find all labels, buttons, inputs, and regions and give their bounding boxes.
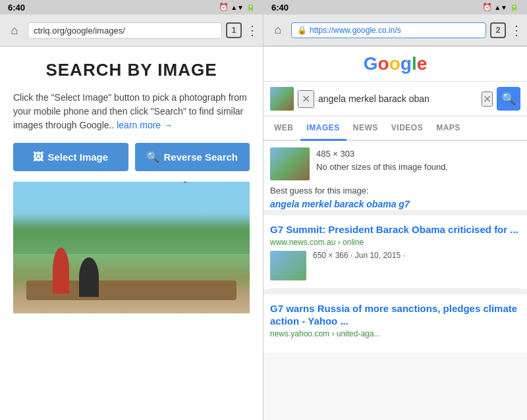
thumbnail-remove-button[interactable]: ✕ [298, 90, 314, 108]
left-page-content: SEARCH BY IMAGE Click the "Select Image"… [0, 47, 263, 420]
result-thumbnail [270, 147, 310, 180]
alarm-icon: ⏰ [219, 3, 229, 12]
tab-web[interactable]: WEB [267, 117, 300, 141]
image-result-row: 485 × 303 No other sizes of this image f… [270, 147, 520, 180]
lock-icon: 🔒 [297, 26, 307, 35]
select-image-label: Select Image [47, 151, 108, 163]
right-address-bar[interactable]: 🔒 https://www.google.co.in/s [291, 22, 486, 38]
right-signal-icon: ▲▼ [494, 4, 507, 11]
right-tab-count[interactable]: 2 [490, 22, 506, 38]
learn-more-link[interactable]: learn more → [117, 120, 173, 130]
result-1-url: www.news.com.au › online [270, 238, 520, 247]
reverse-search-label: Reverse Search [163, 151, 238, 163]
search-tabs: WEB IMAGES NEWS VIDEOS MAPS [264, 117, 527, 141]
left-toolbar: ⌂ ctrlq.org/google/images/ 1 ⋮ [0, 14, 263, 46]
left-browser-chrome: ⌂ ctrlq.org/google/images/ 1 ⋮ [0, 14, 263, 47]
left-menu-button[interactable]: ⋮ [246, 22, 258, 38]
right-time: 6:40 [271, 3, 289, 13]
result-2-url: news.yahoo.com › united-aga... [270, 329, 520, 338]
right-alarm-icon: ⏰ [482, 3, 492, 12]
search-icon: 🔍 [146, 151, 159, 163]
left-address-bar[interactable]: ctrlq.org/google/images/ [28, 22, 222, 39]
right-panel: ⌂ 🔒 https://www.google.co.in/s 2 ⋮ Googl… [264, 14, 527, 420]
signal-icon: ▲▼ [231, 4, 244, 11]
google-g2: g [401, 53, 412, 74]
no-sizes-text: No other sizes of this image found. [316, 161, 448, 174]
best-guess-link[interactable]: angela merkel barack obama g7 [270, 199, 410, 209]
tab-maps[interactable]: MAPS [430, 117, 467, 141]
left-status-bar: 6:40 ⏰ ▲▼ 🔋 [0, 0, 264, 14]
right-page-content: Google ✕ ✕ 🔍 WEB IMAGES NEWS VIDEOS MAPS [264, 47, 527, 420]
left-panel: ⌂ ctrlq.org/google/images/ 1 ⋮ SEARCH BY… [0, 14, 264, 420]
search-magnify-icon: 🔍 [501, 92, 516, 106]
result-1-meta: 650 × 366 · Jun 10, 2015 · [313, 251, 405, 260]
search-bar: ✕ ✕ 🔍 [264, 82, 527, 117]
google-header: Google [264, 47, 527, 82]
dual-screen: ⌂ ctrlq.org/google/images/ 1 ⋮ SEARCH BY… [0, 14, 527, 420]
best-guess-label: Best guess for this image: [270, 186, 520, 196]
description-text: Click the "Select Image" button to pick … [13, 91, 250, 132]
right-browser-chrome: ⌂ 🔒 https://www.google.co.in/s 2 ⋮ [264, 14, 527, 47]
image-dimensions: 485 × 303 [316, 147, 448, 161]
tab-news[interactable]: NEWS [347, 117, 385, 141]
divider-1 [264, 210, 527, 215]
person2-silhouette [79, 257, 99, 297]
left-time: 6:40 [8, 3, 25, 13]
home-icon[interactable]: ⌂ [5, 21, 24, 39]
result-card-2: G7 warns Russia of more sanctions, pledg… [270, 294, 520, 346]
right-home-icon[interactable]: ⌂ [269, 21, 287, 39]
google-g1: G [364, 53, 378, 74]
result-1-thumb [270, 251, 306, 280]
photo-mountains [13, 182, 250, 261]
results-area: 485 × 303 No other sizes of this image f… [264, 141, 527, 353]
right-battery-icon: 🔋 [509, 3, 519, 12]
left-url: ctrlq.org/google/images/ [34, 26, 125, 36]
right-menu-button[interactable]: ⋮ [510, 22, 522, 38]
search-submit-button[interactable]: 🔍 [497, 87, 520, 111]
result-1-image-row: 650 × 366 · Jun 10, 2015 · [270, 251, 520, 280]
result-2-title[interactable]: G7 warns Russia of more sanctions, pledg… [270, 302, 520, 328]
page-title: SEARCH BY IMAGE [13, 60, 250, 80]
google-l: l [412, 53, 417, 74]
tab-videos[interactable]: VIDEOS [385, 117, 430, 141]
right-url: https://www.google.co.in/s [310, 26, 401, 35]
google-o2: o [389, 53, 401, 74]
result-meta: 485 × 303 No other sizes of this image f… [316, 147, 448, 173]
content-lower [13, 182, 250, 313]
search-input[interactable] [318, 93, 478, 104]
left-status-icons: ⏰ ▲▼ 🔋 [219, 3, 256, 12]
right-status-bar: 6:40 ⏰ ▲▼ 🔋 [264, 0, 527, 14]
image-icon: 🖼 [33, 151, 43, 163]
right-toolbar: ⌂ 🔒 https://www.google.co.in/s 2 ⋮ [264, 14, 527, 46]
result-card-1: G7 Summit: President Barack Obama critic… [270, 215, 520, 289]
select-image-button[interactable]: 🖼 Select Image [13, 143, 128, 171]
tab-images[interactable]: IMAGES [300, 117, 347, 141]
person1-silhouette [53, 248, 69, 294]
google-o1: o [378, 53, 389, 74]
search-clear-button[interactable]: ✕ [482, 92, 493, 107]
search-thumbnail [270, 87, 294, 111]
right-status-icons: ⏰ ▲▼ 🔋 [482, 3, 519, 12]
action-buttons: 🖼 Select Image 🔍 Reverse Search [13, 143, 250, 171]
left-tab-count[interactable]: 1 [226, 22, 242, 38]
google-e: e [417, 53, 428, 74]
status-bars: 6:40 ⏰ ▲▼ 🔋 6:40 ⏰ ▲▼ 🔋 [0, 0, 527, 14]
google-logo: Google [270, 53, 520, 74]
reverse-search-button[interactable]: 🔍 Reverse Search [135, 143, 250, 171]
result-1-title[interactable]: G7 Summit: President Barack Obama critic… [270, 223, 520, 236]
battery-icon: 🔋 [246, 3, 256, 12]
divider-2 [264, 289, 527, 294]
photo-display [13, 182, 250, 313]
